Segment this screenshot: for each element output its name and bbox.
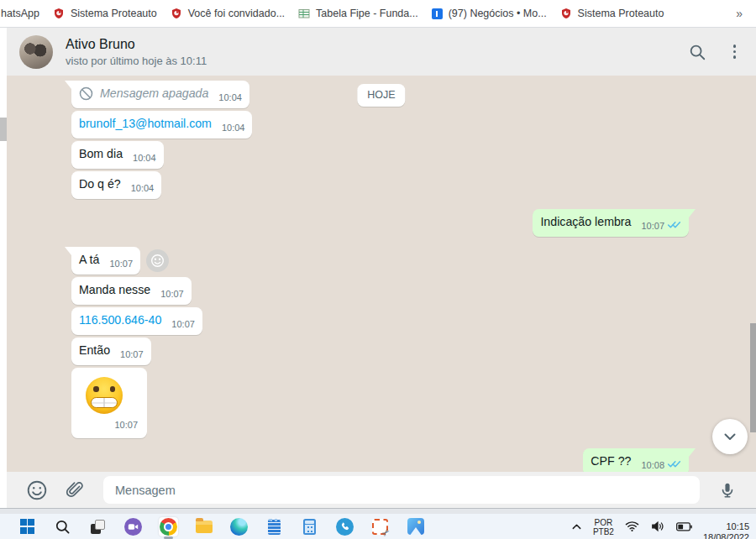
bookmark-label: Sistema Proteauto (578, 8, 664, 19)
message-text: Indicação lembra (540, 214, 631, 230)
file-explorer-icon[interactable] (194, 517, 213, 536)
notepad-icon[interactable] (265, 517, 284, 536)
menu-kebab-icon[interactable] (732, 43, 738, 60)
bookmark-label: hatsApp (1, 8, 39, 19)
chatlist-scrollbar[interactable] (0, 28, 7, 508)
calculator-icon[interactable] (300, 517, 319, 536)
message-text: Do q é? (79, 176, 121, 192)
message-bubble[interactable]: brunolf_13@hotmail.com 10:04 (71, 111, 252, 139)
clock-date: 18/08/2022 (703, 532, 749, 539)
react-emoji-button[interactable] (146, 249, 169, 272)
snipping-tool-icon[interactable] (370, 517, 390, 536)
message-row: Manda nesse 10:07 (7, 277, 756, 305)
contact-info[interactable]: Ativo Bruno visto por último hoje às 10:… (66, 37, 207, 67)
camera-app-icon[interactable] (123, 517, 143, 536)
message-row: Bom dia 10:04 (7, 141, 756, 169)
bookmark-voce-foi-convidado[interactable]: Você foi convidado... (166, 0, 294, 27)
message-bubble[interactable]: A tá 10:07 (71, 247, 140, 275)
message-link[interactable]: 116.500.646-40 (79, 312, 161, 328)
wifi-icon[interactable] (624, 521, 640, 532)
message-bubble[interactable]: Então 10:07 (71, 338, 151, 365)
grimacing-emoji-image (86, 377, 123, 414)
windows-taskbar: POR PTB2 10:15 18/08/2022 (0, 514, 756, 539)
edge-icon[interactable] (229, 517, 249, 536)
message-bubble[interactable]: Manda nesse 10:07 (71, 277, 192, 305)
blue-doc-icon (432, 8, 443, 19)
message-time: 10:04 (222, 122, 245, 134)
date-chip: HOJE (357, 84, 405, 107)
bookmark-sistema-proteauto-2[interactable]: Sistema Proteauto (556, 0, 674, 27)
message-row: 116.500.646-40 10:07 (7, 307, 756, 335)
message-row: CPF ?? 10:08 (7, 448, 756, 472)
message-bubble[interactable]: Do q é? 10:04 (71, 171, 161, 199)
bookmark-sistema-proteauto-1[interactable]: Sistema Proteauto (49, 0, 166, 27)
last-seen-status: visto por último hoje às 10:11 (66, 55, 207, 67)
language-indicator[interactable]: POR PTB2 (593, 518, 614, 536)
speaker-icon[interactable] (650, 521, 665, 532)
taskbar-clock[interactable]: 10:15 18/08/2022 (703, 521, 749, 539)
chatlist-scrollbar-thumb[interactable] (0, 118, 7, 141)
battery-icon[interactable] (675, 522, 693, 531)
message-row: brunolf_13@hotmail.com 10:04 (7, 111, 756, 139)
scroll-to-bottom-button[interactable] (712, 419, 748, 454)
message-bubble-outgoing[interactable]: CPF ?? 10:08 (583, 448, 689, 472)
message-composer (7, 472, 756, 508)
message-link[interactable]: brunolf_13@hotmail.com (79, 116, 212, 132)
message-row: Do q é? 10:04 (7, 171, 756, 199)
chevron-down-icon (722, 428, 738, 445)
phone-app-icon[interactable] (335, 517, 354, 536)
tray-chevron-up-icon[interactable] (570, 521, 583, 532)
bookmark-label: Tabela Fipe - Funda... (316, 8, 418, 19)
emoji-picker-icon[interactable] (21, 479, 53, 501)
message-row: Indicação lembra 10:07 (7, 209, 756, 237)
bookmarks-bar: hatsApp Sistema Proteauto Você foi convi… (0, 0, 756, 28)
message-bubble-deleted[interactable]: Mensagem apagada 10:04 (71, 81, 249, 108)
fipe-table-icon (298, 8, 310, 19)
smiley-icon (150, 254, 165, 268)
message-time: 10:04 (218, 92, 242, 104)
chat-panel: HOJE Mensagem apagada 10:04 brunolf_13@h… (7, 76, 756, 472)
message-bubble[interactable]: Bom dia 10:04 (71, 141, 164, 169)
red-shield-icon (53, 8, 65, 19)
message-time: 10:07 (171, 318, 195, 331)
attach-paperclip-icon[interactable] (60, 480, 90, 500)
message-time: 10:07 (114, 419, 138, 432)
chrome-icon[interactable] (159, 517, 178, 536)
message-time: 10:07 (109, 258, 133, 270)
language-line1: POR (593, 518, 614, 527)
photos-icon[interactable] (406, 517, 425, 536)
message-text: Então (79, 343, 110, 358)
message-bubble-outgoing[interactable]: Indicação lembra 10:07 (533, 209, 689, 237)
bookmark-negocios[interactable]: (97) Negócios • Mo... (428, 0, 556, 27)
message-time: 10:07 (641, 220, 664, 233)
task-view-icon[interactable] (88, 517, 108, 536)
message-text: Mensagem apagada (100, 86, 208, 102)
message-text: Manda nesse (79, 282, 150, 298)
red-shield-icon (560, 8, 572, 19)
message-input[interactable] (103, 476, 700, 504)
bookmark-whatsapp[interactable]: hatsApp (0, 0, 49, 27)
taskbar-search-icon[interactable] (53, 517, 72, 536)
bookmark-label: (97) Negócios • Mo... (449, 8, 547, 19)
language-line2: PTB2 (593, 527, 614, 536)
message-bubble-emoji[interactable]: 10:07 (71, 368, 147, 438)
message-row: A tá 10:07 (7, 247, 756, 275)
message-bubble[interactable]: 116.500.646-40 10:07 (71, 307, 202, 335)
bookmark-tabela-fipe[interactable]: Tabela Fipe - Funda... (294, 0, 428, 27)
message-text: Bom dia (79, 146, 123, 162)
chat-scrollbar-thumb[interactable] (750, 323, 756, 432)
prohibited-icon (79, 86, 93, 101)
contact-avatar[interactable] (19, 35, 53, 69)
bookmarks-overflow-chevron-icon[interactable]: » (736, 7, 756, 20)
clock-time: 10:15 (703, 521, 749, 532)
bookmark-label: Você foi convidado... (188, 8, 285, 19)
windows-start-icon[interactable] (18, 517, 37, 536)
search-icon[interactable] (688, 43, 706, 61)
message-time: 10:08 (641, 459, 664, 472)
red-shield-icon (171, 8, 182, 19)
microphone-icon[interactable] (713, 481, 742, 500)
double-check-read-icon (667, 218, 681, 232)
message-time: 10:04 (133, 152, 156, 165)
double-check-read-icon (667, 458, 681, 471)
message-text: A tá (79, 252, 99, 268)
